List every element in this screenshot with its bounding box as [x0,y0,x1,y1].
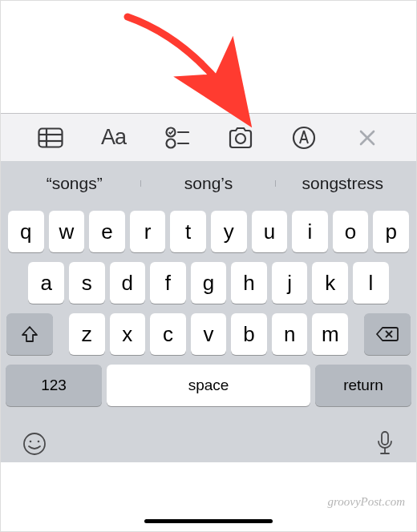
dictation-icon[interactable] [374,430,395,457]
key-p[interactable]: p [373,211,409,252]
key-l[interactable]: l [353,262,389,304]
suggestion-0[interactable]: “songs” [7,167,141,200]
text-format-button[interactable]: Aa [98,122,130,154]
svg-point-14 [24,433,45,454]
key-m[interactable]: m [312,313,348,355]
svg-point-8 [236,134,245,143]
key-o[interactable]: o [333,211,369,252]
suggestion-2[interactable]: songstress [276,167,410,200]
shift-key[interactable] [6,313,53,355]
svg-point-9 [294,127,314,148]
svg-point-6 [166,139,175,147]
key-row-2: a s d f g h j k l [6,262,411,304]
keyboard-bottom-bar [1,421,416,462]
close-icon[interactable] [351,122,383,154]
note-content-area[interactable] [1,1,416,113]
suggestion-bar: “songs” song’s songstress [1,161,416,206]
key-u[interactable]: u [252,211,288,252]
key-j[interactable]: j [272,262,308,304]
key-b[interactable]: b [231,313,267,355]
annotation-arrow [119,7,264,127]
key-i[interactable]: i [292,211,328,252]
key-k[interactable]: k [312,262,348,304]
space-key[interactable]: space [107,365,310,406]
backspace-key[interactable] [364,313,411,355]
key-row-1: q w e r t y u i o p [6,211,411,252]
watermark: groovyPost.com [327,495,405,509]
key-r[interactable]: r [130,211,166,252]
svg-rect-0 [38,128,62,147]
key-q[interactable]: q [8,211,44,252]
key-f[interactable]: f [150,262,186,304]
svg-rect-17 [382,432,388,445]
key-h[interactable]: h [231,262,267,304]
key-row-4: 123 space return [6,365,411,406]
key-z[interactable]: z [69,313,105,355]
key-a[interactable]: a [28,262,64,304]
formatting-toolbar: Aa [1,113,416,161]
emoji-icon[interactable] [22,431,47,457]
key-y[interactable]: y [211,211,247,252]
numeric-key[interactable]: 123 [6,365,102,406]
svg-point-4 [166,127,175,136]
key-c[interactable]: c [150,313,186,355]
return-key[interactable]: return [315,365,411,406]
home-indicator[interactable] [144,519,273,523]
camera-icon[interactable] [225,122,257,154]
ios-keyboard: “songs” song’s songstress q w e r t y u … [1,161,416,462]
suggestion-1[interactable]: song’s [141,167,275,200]
key-g[interactable]: g [191,262,227,304]
key-e[interactable]: e [89,211,125,252]
key-t[interactable]: t [170,211,206,252]
key-x[interactable]: x [110,313,146,355]
svg-point-15 [30,441,32,443]
svg-point-16 [38,441,40,443]
key-row-3: z x c v b n m [6,313,411,355]
key-v[interactable]: v [191,313,227,355]
key-w[interactable]: w [49,211,85,252]
key-n[interactable]: n [272,313,308,355]
key-d[interactable]: d [110,262,146,304]
table-icon[interactable] [34,122,67,154]
markup-icon[interactable] [288,122,320,154]
checklist-icon[interactable] [161,122,193,154]
key-s[interactable]: s [69,262,105,304]
